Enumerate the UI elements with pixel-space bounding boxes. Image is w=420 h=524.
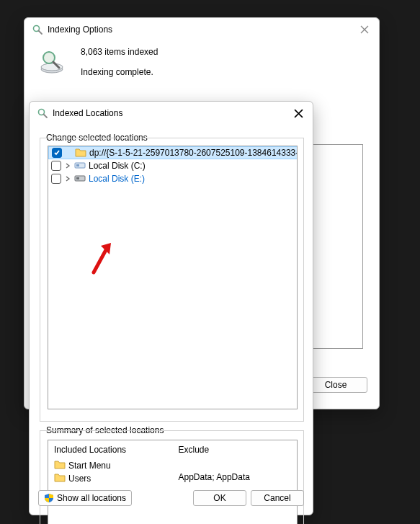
dialog-titlebar: Indexed Locations	[30, 102, 313, 125]
uac-shield-icon	[44, 493, 54, 503]
folder-icon	[54, 472, 66, 484]
svg-rect-9	[76, 164, 79, 166]
exclude-header: Exclude	[179, 445, 292, 455]
locations-tree[interactable]: dp://{S-1-5-21-2597013780-2607525109-138…	[48, 146, 298, 409]
summary-locations-group: Included Locations Start MenuUsers Exclu…	[40, 430, 304, 524]
items-indexed-text: 8,063 items indexed	[81, 47, 158, 57]
tree-item-label: Local Disk (E:)	[89, 174, 145, 184]
show-all-locations-button[interactable]: Show all locations	[38, 490, 132, 506]
window-close-button[interactable]	[357, 22, 372, 37]
close-button[interactable]: Close	[304, 377, 367, 393]
search-app-icon	[32, 24, 43, 35]
magnifier-drive-icon	[37, 48, 66, 76]
tree-row[interactable]: dp://{S-1-5-21-2597013780-2607525109-138…	[48, 146, 297, 159]
included-header: Included Locations	[54, 445, 167, 455]
summary-table: Included Locations Start MenuUsers Exclu…	[48, 440, 298, 524]
folder-icon	[75, 147, 86, 159]
svg-rect-11	[76, 177, 79, 179]
exclude-item: AppData; AppData	[179, 471, 292, 483]
indexing-status-area: 8,063 items indexed Indexing complete.	[24, 41, 379, 87]
indexing-status-text: Indexing complete.	[81, 67, 158, 77]
window-title: Indexing Options	[48, 25, 112, 35]
indexed-locations-dialog: Indexed Locations Change selected locati…	[29, 101, 313, 515]
disk-icon	[74, 160, 86, 172]
ok-button[interactable]: OK	[193, 490, 246, 506]
dialog-title: Indexed Locations	[53, 108, 122, 118]
chevron-right-icon[interactable]	[64, 162, 71, 169]
tree-row[interactable]: Local Disk (C:)	[48, 159, 297, 172]
titlebar: Indexing Options	[24, 18, 379, 41]
tree-item-label: Local Disk (C:)	[89, 161, 146, 171]
folder-icon	[54, 459, 66, 471]
tree-item-label: dp://{S-1-5-21-2597013780-2607525109-138…	[89, 148, 297, 158]
checkbox[interactable]	[52, 148, 62, 158]
search-app-icon	[37, 107, 48, 119]
cancel-button[interactable]: Cancel	[251, 490, 304, 506]
checkbox[interactable]	[51, 174, 61, 184]
disk-icon	[74, 173, 86, 185]
included-item[interactable]: Users	[54, 472, 167, 484]
svg-line-1	[39, 31, 43, 35]
svg-line-7	[44, 115, 48, 118]
tree-row[interactable]: Local Disk (E:)	[48, 172, 297, 185]
chevron-right-icon[interactable]	[64, 175, 71, 182]
included-item[interactable]: Start Menu	[54, 459, 167, 471]
exclude-item	[179, 459, 292, 471]
checkbox[interactable]	[51, 161, 61, 171]
change-locations-group: dp://{S-1-5-21-2597013780-2607525109-138…	[40, 138, 304, 422]
dialog-close-button[interactable]	[291, 106, 305, 120]
